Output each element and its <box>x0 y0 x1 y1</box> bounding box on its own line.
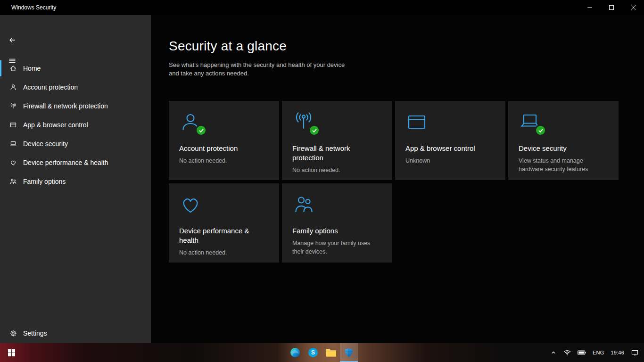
windows-security-icon <box>344 347 354 358</box>
start-button[interactable] <box>0 343 23 362</box>
tray-language-button[interactable]: ENG <box>589 343 607 362</box>
device-health-icon <box>9 159 17 166</box>
tile-account-protection[interactable]: Account protection No action needed. <box>169 101 279 180</box>
tray-battery-button[interactable] <box>574 343 589 362</box>
gear-icon <box>9 329 17 337</box>
tray-clock[interactable]: 19:46 <box>607 343 627 362</box>
sidebar-item-label: Device performance & health <box>23 159 108 166</box>
minimize-icon <box>587 5 592 10</box>
taskbar-apps: S <box>286 343 358 362</box>
check-icon <box>538 128 544 133</box>
taskbar-windows-security-button[interactable] <box>340 343 358 362</box>
window-controls <box>579 0 644 15</box>
sidebar-item-label: Family options <box>23 178 66 185</box>
tray-show-hidden-icons-button[interactable] <box>547 343 560 362</box>
edge-icon <box>289 347 301 358</box>
tile-status: No action needed. <box>179 248 269 257</box>
file-explorer-icon <box>325 348 337 357</box>
account-protection-icon <box>179 111 204 133</box>
action-center-icon <box>631 349 639 356</box>
battery-icon <box>578 350 586 355</box>
firewall-icon <box>9 102 17 110</box>
tile-grid: Account protection No action needed. Fir… <box>169 101 644 263</box>
active-indicator <box>0 60 1 76</box>
sidebar-item-label: Device security <box>23 140 68 148</box>
titlebar: Windows Security <box>0 0 644 15</box>
tray-action-center-button[interactable] <box>627 343 642 362</box>
app-browser-icon <box>405 111 430 133</box>
account-icon <box>9 83 17 91</box>
sidebar-item-label: Firewall & network protection <box>23 102 108 110</box>
skype-icon: S <box>307 347 319 358</box>
back-arrow-icon <box>8 36 16 44</box>
family-icon <box>292 193 317 216</box>
sidebar-item-device-security[interactable]: Device security <box>0 134 151 153</box>
page-subtitle: See what's happening with the security a… <box>169 61 352 78</box>
tile-family-options[interactable]: Family options Manage how your family us… <box>282 183 392 263</box>
taskbar-file-explorer-button[interactable] <box>322 343 340 362</box>
sidebar: Home Account protection Firewall & netwo… <box>0 15 151 343</box>
tray-network-button[interactable] <box>560 343 574 362</box>
page-title: Security at a glance <box>169 39 644 54</box>
sidebar-item-home[interactable]: Home <box>0 59 151 78</box>
sidebar-nav: Home Account protection Firewall & netwo… <box>0 59 151 191</box>
status-ok-badge <box>535 124 546 136</box>
settings-label: Settings <box>23 329 47 337</box>
tile-title: Device performance & health <box>179 226 270 245</box>
sidebar-item-label: App & browser control <box>23 121 88 129</box>
svg-text:S: S <box>311 349 315 356</box>
sidebar-item-family-options[interactable]: Family options <box>0 172 151 191</box>
sidebar-item-settings[interactable]: Settings <box>0 324 151 343</box>
app-browser-icon <box>9 121 17 129</box>
sidebar-item-label: Account protection <box>23 83 78 91</box>
status-ok-badge <box>195 124 207 136</box>
maximize-button[interactable] <box>601 0 622 15</box>
back-button[interactable] <box>4 32 21 48</box>
device-security-icon <box>9 140 17 148</box>
tile-status: No action needed. <box>179 156 269 165</box>
taskbar-skype-button[interactable]: S <box>304 343 322 362</box>
tile-title: Family options <box>292 226 383 236</box>
main-content: Security at a glance See what's happenin… <box>151 15 644 343</box>
tile-device-performance-health[interactable]: Device performance & health No action ne… <box>169 183 279 263</box>
sidebar-item-label: Home <box>23 65 41 72</box>
tile-status: No action needed. <box>292 166 382 174</box>
tile-app-browser-control[interactable]: App & browser control Unknown <box>395 101 505 180</box>
tile-title: Account protection <box>179 144 270 153</box>
wifi-icon <box>563 349 571 356</box>
tile-device-security[interactable]: Device security View status and manage h… <box>508 101 619 180</box>
tile-title: App & browser control <box>405 144 496 153</box>
taskbar-edge-button[interactable] <box>286 343 304 362</box>
tile-firewall-network[interactable]: Firewall & network protection No action … <box>282 101 392 180</box>
tile-title: Device security <box>519 144 609 153</box>
device-health-icon <box>179 193 204 216</box>
sidebar-item-account-protection[interactable]: Account protection <box>0 78 151 97</box>
family-icon <box>9 178 17 185</box>
chevron-up-icon <box>550 349 557 356</box>
tile-title: Firewall & network protection <box>292 144 383 163</box>
taskbar: S <box>0 343 644 362</box>
device-security-icon <box>519 111 543 133</box>
minimize-button[interactable] <box>579 0 601 15</box>
sidebar-item-app-browser[interactable]: App & browser control <box>0 115 151 134</box>
tile-status: View status and manage hardware security… <box>519 156 608 173</box>
sidebar-item-device-health[interactable]: Device performance & health <box>0 153 151 172</box>
home-icon <box>9 65 17 72</box>
tile-status: Manage how your family uses their device… <box>292 239 382 256</box>
check-icon <box>198 128 204 133</box>
tile-status: Unknown <box>405 156 495 165</box>
sidebar-item-firewall[interactable]: Firewall & network protection <box>0 97 151 115</box>
system-tray: ENG 19:46 <box>547 343 642 362</box>
maximize-icon <box>609 5 614 10</box>
status-ok-badge <box>308 124 320 136</box>
check-icon <box>312 128 317 133</box>
windows-logo-icon <box>8 349 15 356</box>
window-title: Windows Security <box>11 4 56 11</box>
firewall-icon <box>292 111 317 133</box>
close-button[interactable] <box>622 0 644 15</box>
close-icon <box>631 5 636 10</box>
